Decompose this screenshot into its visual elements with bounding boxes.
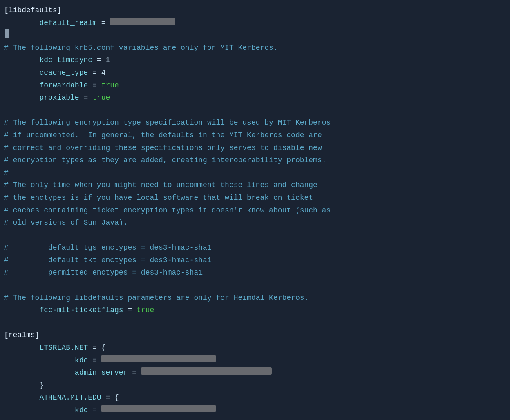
line-comment-enc-8: # old versions of Sun Java). [4, 217, 510, 229]
line-comment-enc-3: # correct and overriding these specifica… [4, 142, 510, 154]
line-blank-4 [4, 317, 510, 329]
line-comment-enc-2: # if uncommented. In general, the defaul… [4, 129, 510, 142]
line-comment-hash-1: # [4, 167, 510, 179]
line-ltsrlab: LTSRLAB.NET = { [4, 342, 510, 354]
redacted-default-realm [110, 18, 175, 25]
line-comment-enc-6: # the enctypes is if you have local soft… [4, 192, 510, 204]
line-blank-3 [4, 279, 510, 292]
line-cursor [4, 29, 510, 42]
line-proxiable: proxiable = true [4, 92, 510, 104]
line-forwardable: forwardable = true [4, 79, 510, 92]
line-realms-section: [realms] [4, 329, 510, 342]
line-comment-enc-5: # The only time when you might need to u… [4, 179, 510, 192]
line-kdc-timesync: kdc_timesync = 1 [4, 54, 510, 67]
code-editor: [libdefaults] default_realm = # The foll… [0, 0, 510, 420]
line-comment-heimdal: # The following libdefaults parameters a… [4, 292, 510, 304]
line-fcc-mit: fcc-mit-ticketflags = true [4, 304, 510, 317]
line-comment-1: # The following krb5.conf variables are … [4, 42, 510, 54]
text-cursor [5, 29, 9, 38]
line-kdc-athena: kdc = [4, 404, 510, 417]
line-kdc-ltsrlab: kdc = [4, 354, 510, 367]
line-comment-permitted: # permitted_enctypes = des3-hmac-sha1 [4, 266, 510, 279]
line-blank-2 [4, 229, 510, 242]
line-ccache-type: ccache_type = 4 [4, 67, 510, 79]
line-blank-1 [4, 104, 510, 117]
line-libdefaults: [libdefaults] [4, 4, 510, 17]
line-close-brace: } [4, 379, 510, 392]
redacted-kdc-athena [101, 405, 216, 412]
line-comment-enc-1: # The following encryption type specific… [4, 116, 510, 129]
line-athena: ATHENA.MIT.EDU = { [4, 391, 510, 404]
redacted-admin-server [141, 367, 272, 375]
section-libdefaults: [libdefaults] [4, 4, 61, 17]
line-default-realm: default_realm = [4, 17, 510, 29]
line-admin-server: admin_server = [4, 366, 510, 379]
line-comment-enc-7: # caches containing ticket encryption ty… [4, 204, 510, 217]
line-comment-enc-4: # encryption types as they are added, cr… [4, 154, 510, 167]
redacted-kdc-ltsrlab [101, 355, 216, 362]
line-comment-tgs: # default_tgs_enctypes = des3-hmac-sha1 [4, 241, 510, 254]
line-comment-tkt: # default_tkt_enctypes = des3-hmac-sha1 [4, 254, 510, 267]
